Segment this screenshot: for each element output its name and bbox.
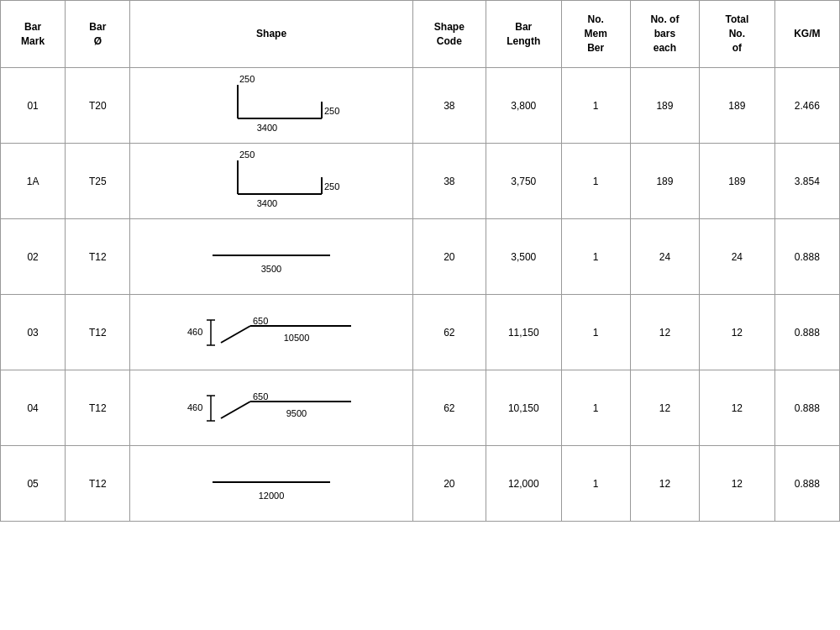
cell-bar-mark: 1A [1, 144, 66, 219]
cell-bar-mark: 01 [1, 68, 66, 144]
cell-kg-m: 0.888 [774, 219, 839, 295]
cell-bar-o: T12 [66, 295, 130, 370]
table-row: 04T12 460 650 9500 6210,150112120.888 [1, 370, 840, 446]
cell-shape: 3500 [130, 219, 412, 295]
cell-no-bars-each: 12 [630, 446, 699, 522]
cell-kg-m: 2.466 [774, 68, 839, 144]
cell-kg-m: 0.888 [774, 370, 839, 446]
header-bar-mark: BarMark [1, 1, 66, 68]
cell-bar-o: T12 [66, 219, 130, 295]
cell-bar-length: 3,500 [486, 219, 561, 295]
cell-shape-code: 38 [412, 68, 486, 144]
svg-text:3400: 3400 [257, 123, 277, 133]
cell-shape-code: 62 [412, 295, 486, 370]
cell-shape-code: 62 [412, 370, 486, 446]
cell-no-member: 1 [561, 295, 630, 370]
cell-bar-mark: 05 [1, 446, 66, 522]
cell-no-member: 1 [561, 446, 630, 522]
cell-bar-length: 3,750 [486, 144, 561, 219]
header-bar-o: BarØ [66, 1, 130, 68]
table-row: 1AT25 250 250 3400 383,75011891893.854 [1, 144, 840, 219]
cell-kg-m: 3.854 [774, 144, 839, 219]
cell-bar-o: T25 [66, 144, 130, 219]
cell-bar-length: 3,800 [486, 68, 561, 144]
svg-text:10500: 10500 [284, 333, 310, 343]
table-row: 05T12 12000 2012,000112120.888 [1, 446, 840, 522]
cell-total-no: 12 [700, 295, 775, 370]
cell-no-bars-each: 189 [630, 144, 699, 219]
cell-total-no: 12 [700, 370, 775, 446]
cell-total-no: 189 [700, 144, 775, 219]
svg-text:9500: 9500 [286, 408, 307, 418]
cell-bar-o: T12 [66, 446, 130, 522]
header-shape: Shape [130, 1, 412, 68]
cell-bar-o: T20 [66, 68, 130, 144]
svg-text:3500: 3500 [261, 264, 281, 274]
svg-line-26 [221, 402, 250, 418]
cell-shape-code: 20 [412, 446, 486, 522]
cell-no-member: 1 [561, 219, 630, 295]
cell-bar-o: T12 [66, 370, 130, 446]
header-no-bars-each: No. ofbarseach [630, 1, 699, 68]
cell-shape: 460 650 10500 [130, 295, 412, 370]
header-shape-code: ShapeCode [412, 1, 486, 68]
cell-no-member: 1 [561, 144, 630, 219]
header-bar-length: BarLength [486, 1, 561, 68]
header-total-no: TotalNo.of [700, 1, 775, 68]
svg-text:650: 650 [253, 391, 268, 402]
cell-no-bars-each: 189 [630, 68, 699, 144]
table-row: 01T20 250 250 3400 383,80011891892.466 [1, 68, 840, 144]
svg-text:250: 250 [239, 150, 255, 160]
cell-bar-length: 11,150 [486, 295, 561, 370]
svg-text:3400: 3400 [257, 198, 277, 208]
cell-bar-mark: 03 [1, 295, 66, 370]
svg-text:250: 250 [324, 106, 339, 116]
cell-no-bars-each: 24 [630, 219, 699, 295]
cell-no-member: 1 [561, 370, 630, 446]
svg-text:250: 250 [324, 181, 339, 192]
cell-bar-length: 12,000 [486, 446, 561, 522]
cell-bar-mark: 02 [1, 219, 66, 295]
table-row: 02T12 3500 203,500124240.888 [1, 219, 840, 295]
cell-no-member: 1 [561, 68, 630, 144]
header-no-member: No.MemBer [561, 1, 630, 68]
cell-total-no: 12 [700, 446, 775, 522]
svg-text:12000: 12000 [259, 491, 285, 501]
cell-shape: 12000 [130, 446, 412, 522]
cell-kg-m: 0.888 [774, 295, 839, 370]
svg-text:650: 650 [253, 316, 268, 326]
svg-text:460: 460 [187, 327, 202, 337]
cell-total-no: 24 [700, 219, 775, 295]
cell-shape: 460 650 9500 [130, 370, 412, 446]
cell-shape-code: 38 [412, 144, 486, 219]
cell-shape: 250 250 3400 [130, 144, 412, 219]
table-row: 03T12 460 650 10500 6211,150112120.888 [1, 295, 840, 370]
cell-shape-code: 20 [412, 219, 486, 295]
cell-bar-mark: 04 [1, 370, 66, 446]
cell-bar-length: 10,150 [486, 370, 561, 446]
svg-text:250: 250 [239, 74, 255, 84]
header-kg-m: KG/M [774, 1, 839, 68]
svg-text:460: 460 [187, 402, 202, 412]
cell-total-no: 189 [700, 68, 775, 144]
cell-shape: 250 250 3400 [130, 68, 412, 144]
svg-line-18 [221, 326, 250, 343]
cell-kg-m: 0.888 [774, 446, 839, 522]
cell-no-bars-each: 12 [630, 370, 699, 446]
cell-no-bars-each: 12 [630, 295, 699, 370]
